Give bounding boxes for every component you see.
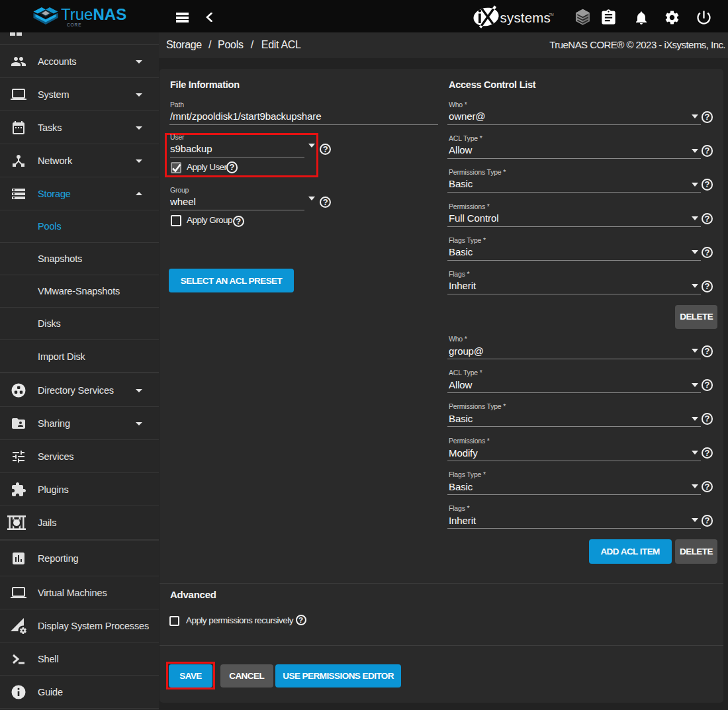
svg-text:TM: TM xyxy=(549,13,554,17)
svg-text:systems: systems xyxy=(500,10,551,25)
